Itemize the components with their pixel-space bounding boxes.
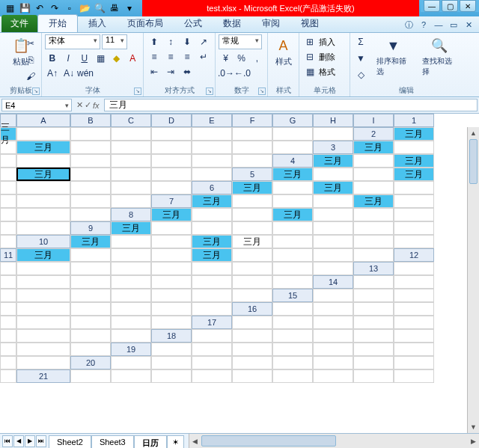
cell-F3[interactable] — [111, 154, 151, 168]
close-button[interactable]: ✕ — [460, 0, 476, 12]
cell-A1[interactable]: 三月 — [0, 127, 16, 141]
cell-E8[interactable] — [313, 208, 353, 221]
cell-C20[interactable] — [192, 356, 232, 369]
cell-A21[interactable] — [70, 369, 111, 383]
open-icon[interactable]: 📂 — [78, 1, 91, 15]
tab-home[interactable]: 开始 — [37, 14, 78, 32]
cell-I7[interactable] — [70, 208, 111, 221]
cell-C14[interactable] — [0, 289, 16, 302]
delete-cells-icon[interactable]: ⊟ — [302, 49, 317, 64]
column-header-A[interactable]: A — [16, 114, 70, 127]
cell-I14[interactable] — [232, 289, 272, 302]
clear-icon[interactable]: ◇ — [353, 67, 368, 82]
decrease-decimal-icon[interactable]: ←.0 — [235, 66, 250, 81]
cell-D18[interactable] — [313, 329, 353, 343]
cell-C2[interactable]: 三月 — [16, 141, 70, 154]
cell-I18[interactable] — [70, 343, 111, 356]
cell-D11[interactable] — [151, 248, 192, 262]
cell-E5[interactable] — [0, 181, 16, 194]
column-header-I[interactable]: I — [353, 114, 394, 127]
row-header-19[interactable]: 19 — [111, 343, 151, 356]
cell-H3[interactable] — [192, 154, 232, 168]
cell-H12[interactable] — [272, 262, 313, 275]
increase-font-icon[interactable]: A↑ — [45, 66, 60, 81]
sheet-next-icon[interactable]: ▶ — [25, 435, 35, 447]
cell-A4[interactable]: 三月 — [313, 154, 353, 168]
cell-F20[interactable] — [313, 356, 353, 369]
cell-D19[interactable] — [272, 343, 313, 356]
row-header-2[interactable]: 2 — [353, 127, 394, 141]
help-icon[interactable]: ? — [418, 19, 430, 31]
cell-A15[interactable] — [313, 289, 353, 302]
scroll-up-icon[interactable]: ▲ — [468, 127, 479, 139]
border-icon[interactable]: ▦ — [94, 51, 109, 66]
cell-I16[interactable] — [151, 316, 192, 329]
cell-D8[interactable]: 三月 — [272, 208, 313, 221]
row-header-4[interactable]: 4 — [272, 154, 313, 168]
cell-D12[interactable] — [111, 262, 151, 275]
cell-C7[interactable] — [272, 194, 313, 208]
row-header-6[interactable]: 6 — [192, 181, 232, 194]
styles-button[interactable]: A 样式 — [271, 34, 296, 70]
cell-I21[interactable] — [394, 369, 434, 383]
delete-cells-label[interactable]: 删除 — [319, 52, 335, 63]
cell-I6[interactable] — [111, 194, 151, 208]
column-header-C[interactable]: C — [111, 114, 151, 127]
redo-icon[interactable]: ↷ — [48, 1, 61, 15]
vscroll-thumb[interactable] — [469, 139, 478, 184]
cell-A5[interactable]: 三月 — [272, 168, 313, 181]
cell-H2[interactable] — [232, 141, 272, 154]
sort-filter-button[interactable]: ▼ 排序和筛选 — [373, 34, 414, 79]
row-header-5[interactable]: 5 — [232, 168, 272, 181]
cell-C16[interactable] — [353, 302, 394, 316]
cell-I13[interactable] — [272, 275, 313, 289]
grid[interactable]: ABCDEFGHI1三月2三月三月3三月4三月三月三月5三月三月6三月三月7三月… — [0, 114, 479, 383]
tab-insert[interactable]: 插入 — [78, 15, 117, 32]
cell-A2[interactable]: 三月 — [394, 127, 434, 141]
cell-I17[interactable] — [111, 329, 151, 343]
cell-D21[interactable] — [192, 369, 232, 383]
cell-C3[interactable] — [0, 154, 16, 168]
cell-B12[interactable] — [16, 262, 70, 275]
copy-icon[interactable]: ⎘ — [23, 52, 38, 67]
cell-I12[interactable] — [313, 262, 353, 275]
cell-G6[interactable] — [16, 194, 70, 208]
enter-formula-icon[interactable]: ✓ — [85, 100, 91, 110]
cell-E7[interactable]: 三月 — [353, 194, 394, 208]
cell-B4[interactable] — [353, 154, 394, 168]
maximize-button[interactable]: ▢ — [442, 0, 458, 12]
cell-F19[interactable] — [353, 343, 394, 356]
cell-E16[interactable] — [0, 316, 16, 329]
cell-E20[interactable] — [272, 356, 313, 369]
cell-A13[interactable] — [394, 262, 434, 275]
align-center-icon[interactable]: ≡ — [163, 49, 178, 64]
cell-D16[interactable] — [394, 302, 434, 316]
cell-F11[interactable] — [232, 248, 272, 262]
hscroll-thumb[interactable] — [201, 435, 336, 447]
doc-restore-icon[interactable]: ▭ — [448, 19, 460, 31]
row-header-20[interactable]: 20 — [70, 356, 111, 369]
italic-icon[interactable]: I — [61, 51, 76, 66]
cell-B15[interactable] — [353, 289, 394, 302]
tab-review[interactable]: 审阅 — [251, 15, 290, 32]
cell-C11[interactable] — [111, 248, 151, 262]
align-top-icon[interactable]: ⬆ — [147, 34, 162, 49]
align-left-icon[interactable]: ≡ — [147, 49, 162, 64]
cell-B8[interactable] — [192, 208, 232, 221]
row-header-14[interactable]: 14 — [313, 275, 353, 289]
cell-E13[interactable] — [111, 275, 151, 289]
orientation-icon[interactable]: ↗ — [196, 34, 211, 49]
cell-E9[interactable] — [272, 221, 313, 235]
cut-icon[interactable]: ✂ — [23, 36, 38, 51]
cell-H7[interactable] — [16, 208, 70, 221]
column-header-F[interactable]: F — [232, 114, 272, 127]
cell-G2[interactable] — [192, 141, 232, 154]
cell-H11[interactable] — [313, 248, 353, 262]
row-header-1[interactable]: 1 — [394, 114, 434, 127]
cell-E3[interactable] — [70, 154, 111, 168]
column-header-H[interactable]: H — [313, 114, 353, 127]
cell-E2[interactable] — [111, 141, 151, 154]
number-format-combo[interactable]: 常规 — [219, 34, 262, 49]
cell-G18[interactable] — [0, 343, 16, 356]
cell-I20[interactable] — [0, 369, 16, 383]
